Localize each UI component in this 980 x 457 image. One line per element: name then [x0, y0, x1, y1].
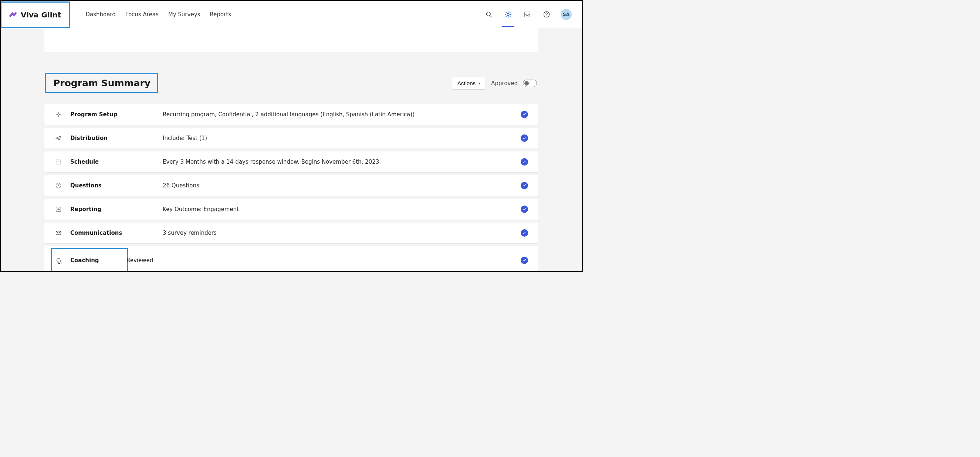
coaching-highlight: Coaching	[52, 250, 126, 271]
row-desc: 26 Questions	[163, 182, 521, 189]
nav-link-focus-areas[interactable]: Focus Areas	[126, 11, 159, 18]
card-above-placeholder	[45, 28, 538, 52]
section-title-highlight: Program Summary	[46, 74, 157, 92]
check-icon	[521, 229, 528, 236]
summary-row-reporting[interactable]: Reporting Key Outcome: Engagement	[45, 199, 538, 220]
search-icon[interactable]	[484, 9, 494, 20]
nav-links: Dashboard Focus Areas My Surveys Reports	[86, 11, 231, 18]
row-desc: 3 survey reminders	[163, 230, 521, 236]
nav-link-reports[interactable]: Reports	[210, 11, 231, 18]
check-icon	[521, 206, 528, 213]
row-label: Communications	[70, 230, 163, 236]
actions-button[interactable]: Actions ▾	[452, 77, 486, 89]
summary-row-schedule[interactable]: Schedule Every 3 Months with a 14-days r…	[45, 152, 538, 172]
check-icon	[521, 134, 528, 142]
summary-row-communications[interactable]: Communications 3 survey reminders	[45, 222, 538, 243]
nav-right: SA	[484, 9, 572, 20]
chat-icon	[55, 257, 62, 264]
summary-row-distribution[interactable]: Distribution Include: Test (1)	[45, 128, 538, 149]
row-desc: Every 3 Months with a 14-days response w…	[163, 158, 521, 165]
gear-icon	[55, 111, 62, 118]
help-icon[interactable]	[541, 9, 552, 20]
summary-list: Program Setup Recurring program, Confide…	[45, 104, 538, 272]
approved-toggle[interactable]	[523, 80, 537, 87]
row-desc: Key Outcome: Engagement	[163, 206, 521, 213]
page-body: Program Summary Actions ▾ Approved Progr…	[1, 28, 582, 272]
check-icon	[521, 158, 528, 166]
brand[interactable]: Viva Glint	[2, 3, 69, 27]
row-desc: Reviewed	[126, 257, 521, 264]
settings-active-underline	[502, 26, 514, 27]
summary-row-program-setup[interactable]: Program Setup Recurring program, Confide…	[45, 104, 538, 125]
nav-link-dashboard[interactable]: Dashboard	[86, 11, 115, 18]
section-header: Program Summary Actions ▾ Approved	[45, 74, 538, 92]
section-header-right: Actions ▾ Approved	[452, 77, 537, 89]
summary-row-coaching[interactable]: Coaching Reviewed	[45, 246, 538, 272]
check-icon	[521, 111, 528, 118]
row-label: Questions	[70, 182, 163, 189]
svg-rect-3	[525, 12, 530, 17]
top-nav: Viva Glint Dashboard Focus Areas My Surv…	[1, 1, 582, 28]
svg-point-10	[58, 187, 59, 187]
check-icon	[521, 182, 528, 189]
approved-label: Approved	[491, 80, 518, 87]
row-label: Program Setup	[70, 111, 163, 118]
settings-icon[interactable]	[503, 9, 513, 20]
check-icon	[521, 257, 528, 264]
svg-point-2	[507, 13, 509, 16]
row-label: Schedule	[70, 158, 163, 165]
summary-row-questions[interactable]: Questions 26 Questions	[45, 175, 538, 196]
send-icon	[55, 134, 62, 142]
viva-glint-logo-icon	[9, 11, 17, 19]
avatar[interactable]: SA	[561, 9, 572, 20]
svg-line-1	[490, 15, 492, 17]
calendar-icon	[55, 158, 62, 166]
nav-link-my-surveys[interactable]: My Surveys	[168, 11, 200, 18]
brand-name: Viva Glint	[21, 10, 61, 19]
inbox-icon[interactable]	[522, 9, 533, 20]
section-title: Program Summary	[53, 78, 151, 88]
row-label: Reporting	[70, 206, 163, 213]
mail-icon	[55, 229, 62, 236]
row-desc: Recurring program, Confidential, 2 addit…	[163, 111, 521, 118]
svg-point-6	[58, 114, 60, 115]
row-label: Distribution	[70, 135, 163, 141]
svg-point-5	[546, 16, 547, 16]
actions-button-label: Actions	[457, 80, 476, 86]
chart-icon	[55, 206, 62, 213]
question-icon	[55, 182, 62, 189]
chevron-down-icon: ▾	[479, 81, 480, 85]
svg-rect-15	[56, 231, 61, 235]
svg-point-0	[486, 12, 490, 16]
row-desc: Include: Test (1)	[163, 135, 521, 141]
svg-rect-7	[56, 160, 61, 164]
